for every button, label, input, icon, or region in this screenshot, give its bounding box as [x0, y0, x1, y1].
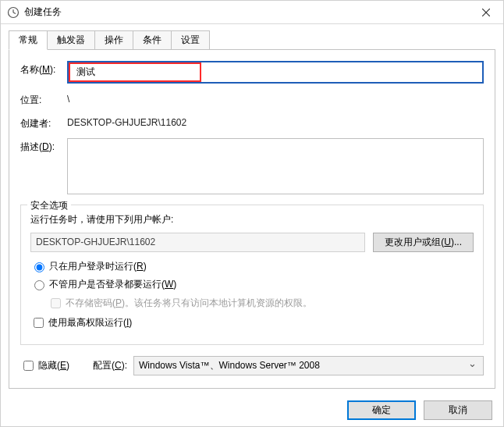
radio-any-logon[interactable]: 不管用户是否登录都要运行(W) [30, 278, 474, 291]
radio-any-logon-input[interactable] [34, 280, 44, 290]
tab-conditions[interactable]: 条件 [133, 30, 172, 49]
name-input-rest[interactable] [201, 62, 482, 82]
row-account: DESKTOP-GHJUEJR\11602 更改用户或组(U)... [30, 233, 474, 252]
checkbox-hidden-input[interactable] [23, 361, 34, 371]
configure-combobox[interactable]: Windows Vista™、Windows Server™ 2008 [133, 356, 484, 375]
label-location: 位置: [20, 91, 67, 107]
description-textarea[interactable] [67, 138, 484, 194]
tab-settings[interactable]: 设置 [171, 30, 210, 49]
field-description [67, 138, 484, 197]
name-input-outer [67, 61, 484, 84]
radio-logged-on-label: 只在用户登录时运行(R) [49, 260, 147, 273]
close-button[interactable] [468, 1, 503, 24]
legend-security: 安全选项 [27, 199, 71, 212]
caption-run-as: 运行任务时，请使用下列用户帐户: [30, 213, 474, 226]
label-configure: 配置(C): [93, 359, 127, 372]
tab-strip: 常规 触发器 操作 条件 设置 [9, 32, 495, 49]
value-author: DESKTOP-GHJUEJR\11602 [67, 115, 484, 128]
checkbox-highest-priv-label: 使用最高权限运行(I) [48, 316, 132, 329]
tab-triggers[interactable]: 触发器 [47, 30, 95, 49]
titlebar: 创建任务 [1, 1, 503, 24]
ok-button[interactable]: 确定 [347, 400, 416, 420]
label-name: 名称(M): [20, 61, 67, 77]
checkbox-no-store-password: 不存储密码(P)。该任务将只有访问本地计算机资源的权限。 [30, 296, 474, 311]
row-bottom: 隐藏(E) 配置(C): Windows Vista™、Windows Serv… [20, 356, 484, 375]
checkbox-hidden[interactable]: 隐藏(E) [20, 358, 69, 373]
row-description: 描述(D): [20, 138, 484, 197]
tab-general[interactable]: 常规 [9, 30, 48, 50]
tab-actions[interactable]: 操作 [94, 30, 133, 49]
clock-icon [7, 6, 20, 19]
change-user-button[interactable]: 更改用户或组(U)... [373, 233, 474, 252]
row-name: 名称(M): [20, 61, 484, 84]
row-location: 位置: \ [20, 91, 484, 107]
checkbox-no-store-password-input [51, 298, 61, 308]
svg-line-2 [13, 12, 16, 14]
configure-value: Windows Vista™、Windows Server™ 2008 [139, 360, 320, 371]
dialog-content: 常规 触发器 操作 条件 设置 名称(M): [9, 32, 495, 389]
radio-any-logon-label: 不管用户是否登录都要运行(W) [49, 278, 176, 291]
label-author: 创建者: [20, 115, 67, 130]
tab-panel-general: 名称(M): 位置: \ 创建者: DESKTOP-GHJ [9, 49, 495, 389]
window-title: 创建任务 [20, 5, 468, 19]
value-location: \ [67, 91, 484, 105]
checkbox-highest-priv[interactable]: 使用最高权限运行(I) [30, 315, 474, 330]
label-description: 描述(D): [20, 138, 67, 154]
checkbox-no-store-password-label: 不存储密码(P)。该任务将只有访问本地计算机资源的权限。 [66, 297, 312, 310]
name-highlight [69, 62, 201, 82]
dialog-footer: 确定 取消 [1, 393, 503, 426]
groupbox-security: 安全选项 运行任务时，请使用下列用户帐户: DESKTOP-GHJUEJR\11… [20, 205, 484, 345]
name-input[interactable] [76, 67, 193, 78]
checkbox-highest-priv-input[interactable] [34, 318, 44, 328]
radio-logged-on-input[interactable] [34, 262, 44, 272]
radio-logged-on[interactable]: 只在用户登录时运行(R) [30, 260, 474, 273]
checkbox-hidden-label: 隐藏(E) [38, 359, 69, 372]
cancel-button[interactable]: 取消 [424, 400, 492, 420]
field-name [67, 61, 484, 84]
row-author: 创建者: DESKTOP-GHJUEJR\11602 [20, 115, 484, 130]
account-display: DESKTOP-GHJUEJR\11602 [30, 233, 365, 252]
